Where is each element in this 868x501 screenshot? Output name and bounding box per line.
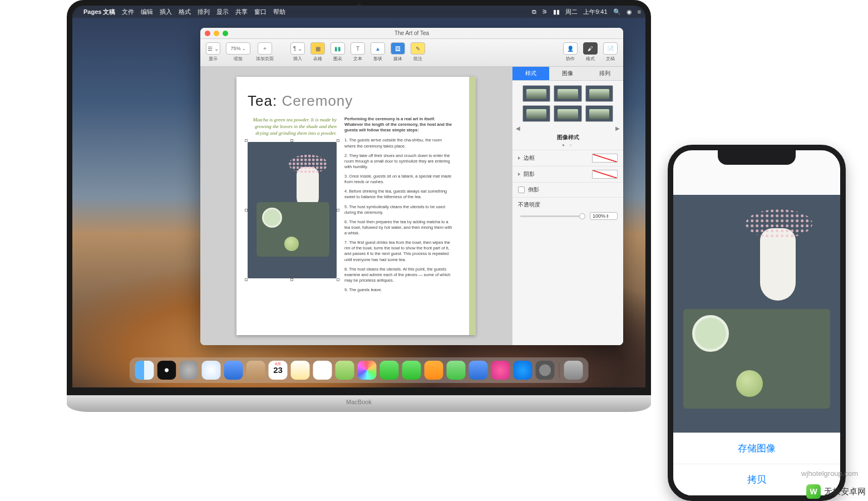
macbook-frame: Pages 文稿 文件 编辑 插入 格式 排列 显示 共享 窗口 帮助 ⧉ ⚞ …	[67, 0, 651, 412]
vase-shape	[760, 228, 796, 301]
menu-window[interactable]: 窗口	[254, 8, 267, 16]
pull-quote: Matcha is green tea powder. It is made b…	[248, 116, 337, 136]
dock-photos-icon[interactable]	[358, 361, 377, 380]
menu-view[interactable]: 显示	[216, 8, 229, 16]
zoom-button[interactable]	[223, 31, 228, 36]
menubar-time[interactable]: 上午9:41	[583, 8, 607, 16]
menu-arrange[interactable]: 排列	[198, 8, 210, 16]
border-row[interactable]: 边框	[512, 150, 623, 166]
toolbar-format[interactable]: 🖌格式	[582, 41, 599, 63]
image-style-label: 图像样式	[512, 131, 623, 143]
dock-maps-icon[interactable]	[336, 361, 354, 380]
dock-contacts-icon[interactable]	[246, 361, 265, 380]
menubar-day[interactable]: 周二	[565, 8, 578, 16]
iphone-photo-preview[interactable]	[673, 195, 840, 433]
toolbar-show[interactable]: ☰ ⌄显示	[205, 41, 221, 63]
dock-numbers-icon[interactable]	[447, 361, 466, 380]
macos-desktop: Pages 文稿 文件 编辑 插入 格式 排列 显示 共享 窗口 帮助 ⧉ ⚞ …	[72, 6, 645, 387]
battery-icon[interactable]: ▮▮	[553, 8, 560, 16]
dock-finder-icon[interactable]	[135, 361, 154, 380]
inspector-tab-arrange[interactable]: 排列	[586, 67, 623, 80]
action-save-image[interactable]: 存储图像	[673, 433, 840, 464]
document-page: Tea: Ceremony Matcha is green tea powder…	[236, 77, 476, 335]
close-button[interactable]	[205, 31, 210, 36]
styles-prev-icon[interactable]: ◀	[516, 125, 520, 131]
styles-next-icon[interactable]: ▶	[615, 125, 620, 131]
dock-messages-icon[interactable]	[380, 361, 399, 380]
minimize-button[interactable]	[214, 31, 219, 36]
toolbar-add-page[interactable]: ＋添加页面	[255, 41, 275, 63]
selection-handles[interactable]	[246, 140, 338, 280]
dock-appstore-icon[interactable]	[514, 361, 532, 380]
shadow-swatch[interactable]	[592, 170, 618, 179]
spotlight-icon[interactable]: 🔍	[613, 8, 621, 16]
menu-file[interactable]: 文件	[122, 8, 134, 16]
menu-format[interactable]: 格式	[179, 8, 191, 16]
reflection-row[interactable]: 倒影	[512, 182, 623, 197]
dock-separator	[559, 363, 560, 377]
toolbar-insert[interactable]: ¶ ⌄插入	[289, 41, 306, 63]
opacity-label: 不透明度	[518, 201, 540, 209]
toolbar-annotate[interactable]: ✎批注	[410, 41, 426, 63]
inspector-tab-style[interactable]: 样式	[512, 67, 549, 80]
dock-trash-icon[interactable]	[564, 361, 583, 380]
toolbar-collaborate[interactable]: 👤协作	[562, 41, 579, 63]
menubar-app-name[interactable]: Pages 文稿	[83, 8, 115, 16]
shadow-row[interactable]: 阴影	[512, 166, 623, 182]
macbook-base	[67, 395, 651, 412]
menu-edit[interactable]: 编辑	[141, 8, 153, 16]
inspector-tab-image[interactable]: 图像	[549, 67, 586, 80]
toolbar-document[interactable]: 📄文稿	[602, 41, 619, 63]
style-thumb[interactable]	[554, 105, 581, 122]
style-thumb[interactable]	[522, 85, 550, 102]
disclosure-triangle-icon[interactable]	[518, 173, 520, 176]
iphone-frame: 存储图像 拷贝	[668, 145, 846, 501]
dock-siri-icon[interactable]	[157, 361, 176, 380]
image-style-thumbnails	[512, 81, 623, 126]
wifi-icon[interactable]: ⚞	[542, 8, 548, 16]
style-page-dots[interactable]: ● ○	[512, 143, 623, 148]
style-thumb[interactable]	[585, 105, 613, 122]
toolbar-table[interactable]: ▦表格	[309, 41, 326, 63]
style-thumb[interactable]	[585, 85, 613, 102]
watermark-site: 无极安卓网	[806, 484, 866, 499]
dock-itunes-icon[interactable]	[491, 361, 510, 380]
opacity-slider[interactable]	[520, 215, 585, 217]
airplay-icon[interactable]: ⧉	[532, 8, 536, 16]
menu-share[interactable]: 共享	[235, 8, 248, 16]
toolbar-media[interactable]: 🖼媒体	[389, 41, 406, 63]
dock-keynote-icon[interactable]	[469, 361, 488, 380]
window-titlebar[interactable]: The Art of Tea	[200, 28, 623, 39]
dock-launchpad-icon[interactable]	[180, 361, 199, 380]
menu-insert[interactable]: 插入	[160, 8, 172, 16]
opacity-stepper[interactable]: 100%▴▾	[590, 212, 618, 220]
dock-reminders-icon[interactable]	[313, 361, 332, 380]
document-canvas[interactable]: Tea: Ceremony Matcha is green tea powder…	[200, 67, 512, 345]
disclosure-triangle-icon[interactable]	[518, 156, 520, 160]
dock-safari-icon[interactable]	[202, 361, 221, 380]
window-title: The Art of Tea	[200, 30, 623, 36]
dock-notes-icon[interactable]	[291, 361, 310, 380]
dock-pages-icon[interactable]	[425, 361, 443, 380]
toolbar-text[interactable]: T文本	[349, 41, 366, 63]
dock-mail-icon[interactable]	[224, 361, 243, 380]
notification-center-icon[interactable]: ≡	[638, 8, 641, 15]
dock-settings-icon[interactable]	[536, 361, 555, 380]
opacity-row: 不透明度 100%▴▾	[512, 197, 623, 223]
format-inspector: 样式 图像 排列 ◀▶ 图像样式 ● ○ 边框 阴影 倒影	[512, 67, 623, 345]
menubar: Pages 文稿 文件 编辑 插入 格式 排列 显示 共享 窗口 帮助 ⧉ ⚞ …	[72, 6, 645, 18]
border-swatch[interactable]	[592, 154, 618, 163]
siri-icon[interactable]: ◉	[627, 8, 632, 16]
toolbar-zoom[interactable]: 75%缩放	[225, 41, 251, 63]
dock: 4月23	[130, 357, 589, 383]
dock-facetime-icon[interactable]	[402, 361, 421, 380]
toolbar-shape[interactable]: ▲形状	[369, 41, 386, 63]
menu-help[interactable]: 帮助	[273, 8, 285, 16]
tray-shape	[683, 309, 830, 409]
reflection-checkbox[interactable]	[518, 186, 525, 193]
page-heading: Tea: Ceremony	[248, 92, 453, 110]
toolbar-chart[interactable]: ▮▮图表	[329, 41, 346, 63]
style-thumb[interactable]	[522, 105, 550, 122]
dock-calendar-icon[interactable]: 4月23	[269, 361, 288, 380]
style-thumb[interactable]	[554, 85, 581, 102]
